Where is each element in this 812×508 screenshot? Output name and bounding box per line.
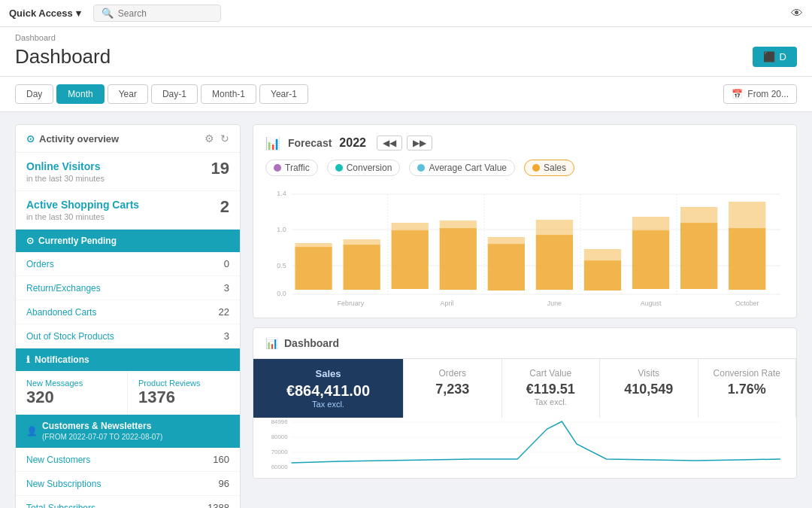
notifications-title: Notifications [35,354,89,365]
tab-year-1[interactable]: Year-1 [259,84,308,104]
pending-orders-label[interactable]: Orders [26,259,54,269]
forecast-next-button[interactable]: ▶▶ [407,135,432,151]
svg-rect-16 [488,244,525,291]
quick-access-menu[interactable]: Quick Access ▾ [9,8,81,19]
forecast-year: 2022 [339,136,366,150]
svg-rect-22 [632,230,669,289]
search-bar[interactable]: 🔍 [93,5,221,22]
date-tabs: Day Month Year Day-1 Month-1 Year-1 [15,84,308,104]
legend-traffic[interactable]: Traffic [265,160,318,176]
toggle-icon: ⬛ [763,51,775,62]
avg-cart-dot [417,164,425,172]
pending-outofstock-label[interactable]: Out of Stock Products [26,331,114,342]
svg-rect-27 [729,202,765,229]
legend-sales-label: Sales [544,163,566,173]
conversion-dot [335,164,343,172]
svg-rect-23 [632,217,669,231]
customers-title: Customers & Newsletters (FROM 2022-07-07… [42,421,162,442]
from-date-picker[interactable]: 📅 From 20... [723,84,797,104]
conversion-value: 1.76% [710,382,784,397]
tab-month-1[interactable]: Month-1 [201,84,256,104]
active-carts-label[interactable]: Active Shopping Carts [26,199,229,211]
visits-stat-cell: Visits 410,549 [600,359,698,418]
svg-rect-14 [440,228,477,290]
notifications-section-header: ℹ Notifications [16,348,240,371]
orders-label: Orders [416,368,489,379]
total-subscribers-label[interactable]: Total Subscribers [26,503,95,509]
svg-text:1.0: 1.0 [277,226,286,233]
new-subscriptions-row: New Subscriptions 96 [16,472,240,496]
forecast-title: Forecast [288,137,332,149]
widget-actions: ⚙ ↻ [205,132,229,144]
svg-rect-24 [680,223,717,289]
pending-outofstock-row: Out of Stock Products 3 [16,324,240,348]
pending-outofstock-value: 3 [224,330,229,342]
conversion-label: Conversion Rate [710,368,784,379]
eye-icon[interactable]: 👁 [791,7,803,20]
pending-returns-label[interactable]: Return/Exchanges [26,283,101,294]
page-title-row: Dashboard ⬛ D [15,45,797,76]
date-tabs-bar: Day Month Year Day-1 Month-1 Year-1 📅 Fr… [0,77,812,112]
tab-month[interactable]: Month [56,84,104,104]
dashboard-card-header: 📊 Dashboard [253,328,796,359]
top-navigation: Quick Access ▾ 🔍 👁 [0,0,812,27]
online-visitors-row: Online Visitors in the last 30 minutes 1… [16,153,240,191]
svg-rect-19 [536,220,573,236]
active-carts-sublabel: in the last 30 minutes [26,212,229,221]
active-carts-row: Active Shopping Carts in the last 30 min… [16,191,240,230]
settings-icon[interactable]: ⚙ [205,132,214,144]
tab-year[interactable]: Year [108,84,148,104]
toggle-button[interactable]: ⬛ D [753,47,797,67]
conversion-stat-cell: Conversion Rate 1.76% [698,359,797,418]
pending-abandoned-value: 22 [219,306,229,318]
svg-rect-12 [392,230,429,289]
tab-day[interactable]: Day [15,84,53,104]
svg-text:84996: 84996 [271,418,288,425]
legend-conversion-label: Conversion [347,163,392,173]
svg-text:70000: 70000 [271,449,288,455]
pending-title: Currently Pending [38,236,117,246]
legend-conversion[interactable]: Conversion [327,160,401,176]
legend-sales[interactable]: Sales [524,160,574,176]
chevron-down-icon: ▾ [76,8,81,19]
svg-text:August: August [641,300,662,307]
product-reviews-label[interactable]: Product Reviews [138,379,229,388]
calendar-icon: 📅 [732,89,743,99]
svg-rect-15 [440,221,477,229]
dashboard-chart-icon: 📊 [265,337,278,349]
forecast-header: 📊 Forecast 2022 ◀◀ ▶▶ [265,135,784,151]
svg-text:February: February [338,300,365,307]
legend-avg-cart[interactable]: Average Cart Value [409,160,515,176]
svg-text:October: October [735,300,759,307]
active-carts-value: 2 [220,197,229,217]
online-visitors-label[interactable]: Online Visitors [26,160,229,172]
product-reviews-cell: Product Reviews 1376 [128,371,240,415]
refresh-icon[interactable]: ↻ [220,132,229,144]
breadcrumb: Dashboard [15,33,797,42]
quick-access-label: Quick Access [9,8,73,19]
forecast-card: 📊 Forecast 2022 ◀◀ ▶▶ Traffic Conversion [253,124,797,318]
new-subscriptions-label[interactable]: New Subscriptions [26,479,101,489]
svg-text:June: June [547,300,562,307]
forecast-prev-button[interactable]: ◀◀ [377,135,402,151]
cart-value-value: €119.51 [514,382,588,397]
total-subscribers-row: Total Subscribers 1388 [16,496,240,508]
sales-value: €864,411.00 [265,382,391,400]
sales-sub: Tax excl. [265,400,391,409]
left-panel: ⊙ Activity overview ⚙ ↻ Online Visitors … [15,124,241,508]
tab-day-1[interactable]: Day-1 [151,84,198,104]
activity-overview-title: ⊙ Activity overview [26,133,119,144]
pending-abandoned-label[interactable]: Abandoned Carts [26,307,96,318]
new-customers-label[interactable]: New Customers [26,455,90,465]
new-messages-cell: New Messages 320 [16,371,128,415]
new-messages-label[interactable]: New Messages [26,379,117,388]
svg-rect-17 [488,237,525,245]
svg-text:0.5: 0.5 [277,262,286,269]
pending-orders-row: Orders 0 [16,252,240,276]
product-reviews-value: 1376 [138,388,229,407]
search-icon: 🔍 [102,8,114,19]
svg-rect-20 [584,260,621,291]
svg-text:80000: 80000 [271,433,288,440]
mini-chart-svg: 84996 80000 70000 60000 [265,418,784,478]
search-input[interactable] [118,8,213,19]
